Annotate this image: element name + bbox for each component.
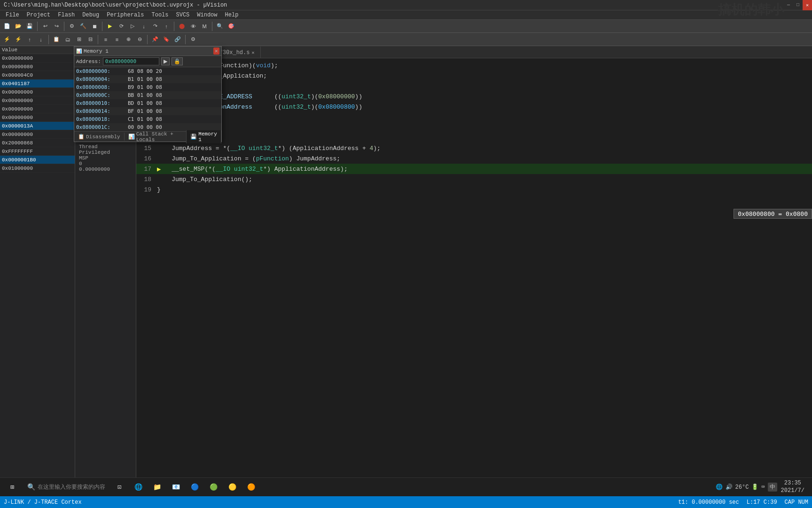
memory-lock-button[interactable]: 🔒 [172, 57, 183, 65]
value-column-header: Value [2, 47, 17, 53]
title-bar: C:\Users\ming.han\Desktop\boot\user\proj… [0, 0, 812, 10]
minimize-button[interactable]: — [784, 0, 793, 10]
redo-button[interactable]: ↪ [51, 21, 62, 32]
code-line-13: 13 int main(void) [136, 122, 812, 133]
run-button[interactable]: ▷ [127, 21, 138, 32]
target-button[interactable]: 🎯 [226, 21, 236, 32]
menu-file[interactable]: File [2, 12, 23, 18]
tb2-btn11[interactable]: ⊕ [123, 34, 133, 45]
taskbar-right: 🌐 🔊 26°C 🔋 ⌨ 中 23:35 2021/7/ [716, 480, 808, 494]
debug-start-button[interactable]: ▶ [105, 21, 115, 32]
memory-window: 📊 Memory 1 ✕ Address: ▶ 🔒 0x08000000: 68… [74, 46, 222, 142]
left-row-12: 0x0000001B0 [0, 156, 75, 164]
app1-icon: 🔵 [190, 483, 199, 492]
thread-val1: 0.00000000 [79, 167, 132, 172]
close-button[interactable]: ✕ [803, 0, 812, 10]
search-icon: 🔍 [26, 483, 36, 492]
undo-button[interactable]: ↩ [40, 21, 50, 32]
tb2-btn2[interactable]: ⚡ [13, 34, 23, 45]
menu-flash[interactable]: Flash [54, 12, 78, 18]
toolbar-1: 📄 📂 💾 ↩ ↪ ⚙ 🔨 ⏹ ▶ ⟳ ▷ ↓ ↷ ↑ ⬤ 👁 M 🔍 🎯 [0, 20, 812, 33]
tb2-btn8[interactable]: ⊟ [85, 34, 95, 45]
edge-button[interactable]: 🌐 [130, 479, 147, 496]
menu-peripherals[interactable]: Peripherals [103, 12, 148, 18]
left-row-5: 0x00000000 [0, 96, 75, 105]
execution-arrow: ▶ [157, 165, 161, 173]
start-button[interactable]: ⊞ [4, 479, 21, 496]
windows-icon: ⊞ [8, 483, 17, 492]
tb2-btn12[interactable]: ⊖ [134, 34, 145, 45]
tb2-btn4[interactable]: ↓ [36, 34, 46, 45]
left-row-4: 0x00000000 [0, 88, 75, 96]
app3-icon: 🟡 [227, 483, 237, 492]
thread-stack-label: MSP [79, 155, 132, 161]
code-editor[interactable]: typedef void (*pFunction)(void); pFuncti… [136, 58, 812, 489]
app2-button[interactable]: 🟢 [205, 479, 222, 496]
memory-tab-memory1[interactable]: 💾 Memory 1 [187, 130, 221, 143]
tb2-btn1[interactable]: ⚡ [2, 34, 12, 45]
menu-tools[interactable]: Tools [148, 12, 172, 18]
build-button[interactable]: ⚙ [67, 21, 77, 32]
step-over-button[interactable]: ↷ [150, 21, 160, 32]
tab-startup-close[interactable]: ✕ [251, 50, 254, 56]
menu-window[interactable]: Window [193, 12, 221, 18]
tb2-btn5[interactable]: 📋 [51, 34, 62, 45]
menu-project[interactable]: Project [23, 12, 54, 18]
menu-bar: File Project Flash Debug Peripherals Too… [0, 10, 812, 20]
left-row-9: 0x00000000 [0, 130, 75, 139]
tb2-btn10[interactable]: ≡ [112, 34, 122, 45]
memory-window-close[interactable]: ✕ [213, 48, 219, 55]
reset-button[interactable]: ⟳ [116, 21, 126, 32]
stop-button[interactable]: ⏹ [89, 21, 100, 32]
explorer-button[interactable]: 📁 [148, 479, 165, 496]
new-file-button[interactable]: 📄 [2, 21, 12, 32]
code-tabs: main.c ✕ startup_gd32f30x_hd.s ✕ [136, 46, 812, 58]
search-placeholder[interactable]: 在这里输入你要搜索的内容 [38, 483, 105, 491]
step-out-button[interactable]: ↑ [161, 21, 172, 32]
breakpoint-button[interactable]: ⬤ [177, 21, 187, 32]
tb2-btn7[interactable]: ⊞ [74, 34, 84, 45]
memory-window-title: Memory 1 [84, 48, 109, 54]
memory-button[interactable]: M [199, 21, 210, 32]
memory-address-input[interactable] [103, 57, 159, 65]
app2-icon: 🟢 [209, 483, 218, 492]
separator-2 [64, 22, 64, 31]
app4-button[interactable]: 🟠 [242, 479, 259, 496]
watch-button[interactable]: 👁 [188, 21, 198, 32]
app3-button[interactable]: 🟡 [224, 479, 241, 496]
memory-goto-button[interactable]: ▶ [161, 57, 170, 65]
zoom-button[interactable]: 🔍 [215, 21, 225, 32]
date-display: 2021/7/ [781, 487, 804, 495]
memory-tab-disassembly[interactable]: 📋 Disassembly [74, 133, 125, 141]
maximize-button[interactable]: □ [793, 0, 803, 10]
mail-button[interactable]: 📧 [167, 479, 184, 496]
app1-button[interactable]: 🔵 [186, 479, 203, 496]
open-file-button[interactable]: 📂 [13, 21, 23, 32]
volume-icon: 🔊 [726, 484, 733, 491]
rebuild-button[interactable]: 🔨 [78, 21, 88, 32]
search-box[interactable]: 🔍 在这里输入你要搜索的内容 [23, 479, 109, 496]
tb2-btn14[interactable]: 🔖 [161, 34, 172, 45]
step-button[interactable]: ↓ [139, 21, 149, 32]
menu-svcs[interactable]: SVCS [172, 12, 194, 18]
tb2-btn13[interactable]: 📌 [150, 34, 160, 45]
save-button[interactable]: 💾 [24, 21, 35, 32]
tb2-btn3[interactable]: ↑ [24, 34, 35, 45]
menu-help[interactable]: Help [221, 12, 242, 18]
separator-1 [37, 22, 38, 31]
tb2-btn15[interactable]: 🔗 [172, 34, 183, 45]
menu-debug[interactable]: Debug [78, 12, 103, 18]
memory-tab-callstack[interactable]: 📊 Call Stack + Locals [125, 130, 187, 143]
tb2-btn6[interactable]: 🗂 [62, 34, 73, 45]
window-title: C:\Users\ming.han\Desktop\boot\user\proj… [4, 2, 227, 8]
separator-8 [147, 35, 148, 44]
temp-display: 26°C [735, 484, 749, 491]
status-right: t1: 0.00000000 sec L:17 C:39 CAP NUM [678, 499, 808, 506]
tb2-btn9[interactable]: ≡ [101, 34, 111, 45]
left-row-10: 0x20000868 [0, 139, 75, 147]
time-display: 23:35 [781, 480, 804, 487]
separator-5 [212, 22, 212, 31]
tb2-btn16[interactable]: ⚙ [188, 34, 198, 45]
tooltip-box: 0x08000800 = 0x0800 [734, 209, 812, 219]
task-view-button[interactable]: ⊡ [111, 479, 128, 496]
